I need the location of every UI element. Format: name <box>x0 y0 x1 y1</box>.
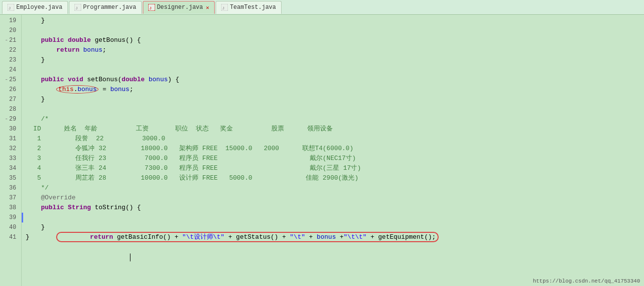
svg-text:J: J <box>8 6 11 10</box>
code-line-21: public double getBonus() { <box>26 35 644 45</box>
line-22: 22 <box>0 45 19 55</box>
line-19: 19 <box>0 16 19 26</box>
code-line-40: } <box>26 222 644 232</box>
code-line-25: public void setBonus(double bonus) { <box>26 75 644 85</box>
tab-programmer-java[interactable]: J Programmer.java <box>69 1 142 14</box>
line-31: 31 <box>0 134 19 144</box>
cursor <box>130 254 130 261</box>
line-28: 28 <box>0 104 19 114</box>
line-24: 24 <box>0 65 19 75</box>
url-text: https://blog.csdn.net/qq_41753340 <box>533 278 640 284</box>
code-content[interactable]: } public double getBonus() { return bonu… <box>22 15 644 286</box>
line-25: 25 <box>0 75 19 85</box>
java-file-icon3: J <box>148 4 155 11</box>
url-bar: https://blog.csdn.net/qq_41753340 <box>533 278 640 284</box>
line-38: 38 <box>0 203 19 213</box>
code-line-39: return getBasicInfo() + "\t设计师\t" + getS… <box>26 213 644 222</box>
code-line-33: 3 任我行 23 7000.0 程序员 FREE 戴尔(NEC17寸) <box>26 154 644 163</box>
svg-text:J: J <box>222 6 225 10</box>
line-40: 40 <box>0 222 19 232</box>
code-line-23: } <box>26 55 644 65</box>
tab-employee-label: Employee.java <box>16 4 63 11</box>
code-line-30: ID 姓名 年龄 工资 职位 状态 奖金 股票 领用设备 <box>26 124 644 134</box>
line-32: 32 <box>0 144 19 154</box>
code-line-32: 2 令狐冲 32 18000.0 架构师 FREE 15000.0 2000 联… <box>26 144 644 154</box>
code-line-20 <box>26 26 644 35</box>
tab-designer-java[interactable]: J Designer.java ✕ <box>143 1 215 14</box>
line-34: 34 <box>0 163 19 173</box>
code-line-37: @Override <box>26 193 644 203</box>
code-line-34: 4 张三丰 24 7300.0 程序员 FREE 戴尔(三星 17寸) <box>26 163 644 173</box>
line-30: 30 <box>0 124 19 134</box>
tab-designer-label: Designer.java <box>157 4 203 11</box>
line-26: 26 <box>0 85 19 95</box>
line-36: 36 <box>0 183 19 193</box>
code-line-31: 1 段誉 22 3000.0 <box>26 134 644 144</box>
code-line-36: */ <box>26 183 644 193</box>
code-line-22: return bonus; <box>26 45 644 55</box>
tab-programmer-label: Programmer.java <box>83 4 136 11</box>
java-file-icon4: J <box>221 4 228 11</box>
tab-teamtest-java[interactable]: J TeamTest.java <box>216 1 282 14</box>
svg-text:J: J <box>149 6 152 10</box>
java-file-icon2: J <box>74 4 81 11</box>
line-20: 20 <box>0 26 19 35</box>
line-23: 23 <box>0 55 19 65</box>
svg-text:J: J <box>75 6 78 10</box>
code-container: 19 20 21 22 23 24 25 26 27 28 29 30 31 3… <box>0 15 644 286</box>
line-21: 21 <box>0 35 19 45</box>
line-27: 27 <box>0 95 19 104</box>
tab-bar: J Employee.java J Programmer.java J Desi… <box>0 0 644 15</box>
tab-employee-java[interactable]: J Employee.java <box>2 1 68 14</box>
code-line-29: /* <box>26 114 644 124</box>
editor-area: 19 20 21 22 23 24 25 26 27 28 29 30 31 3… <box>0 15 644 286</box>
code-line-19: } <box>26 16 644 26</box>
tab-close-icon[interactable]: ✕ <box>206 4 209 11</box>
line-39: 39 <box>0 213 19 222</box>
code-line-35: 5 周芷若 28 10000.0 设计师 FREE 5000.0 佳能 2900… <box>26 173 644 183</box>
line-33: 33 <box>0 154 19 163</box>
java-file-icon: J <box>7 4 14 11</box>
line-29: 29 <box>0 114 19 124</box>
line-41: 41 <box>0 232 19 242</box>
code-line-26: this.bonus = bonus; <box>26 85 644 95</box>
code-line-27: } <box>26 95 644 104</box>
code-line-28 <box>26 104 644 114</box>
line-37: 37 <box>0 193 19 203</box>
code-line-38: public String toString() { <box>26 203 644 213</box>
line-number-gutter: 19 20 21 22 23 24 25 26 27 28 29 30 31 3… <box>0 15 22 286</box>
line-35: 35 <box>0 173 19 183</box>
code-line-41: } <box>26 232 644 242</box>
tab-teamtest-label: TeamTest.java <box>230 4 276 11</box>
code-line-24 <box>26 65 644 75</box>
